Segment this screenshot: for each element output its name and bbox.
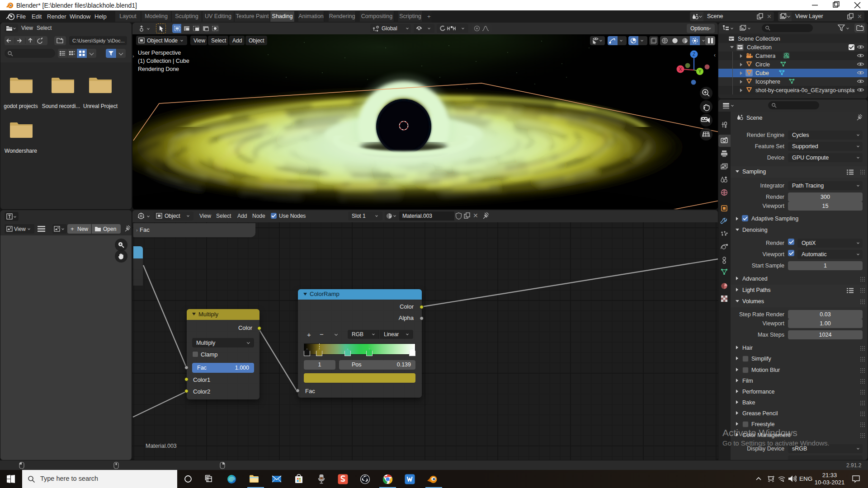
svg-text:‹: ‹ <box>714 52 716 58</box>
svg-text:X: X <box>679 67 682 72</box>
svg-text:Z: Z <box>693 52 695 57</box>
svg-text:Y: Y <box>698 69 702 74</box>
